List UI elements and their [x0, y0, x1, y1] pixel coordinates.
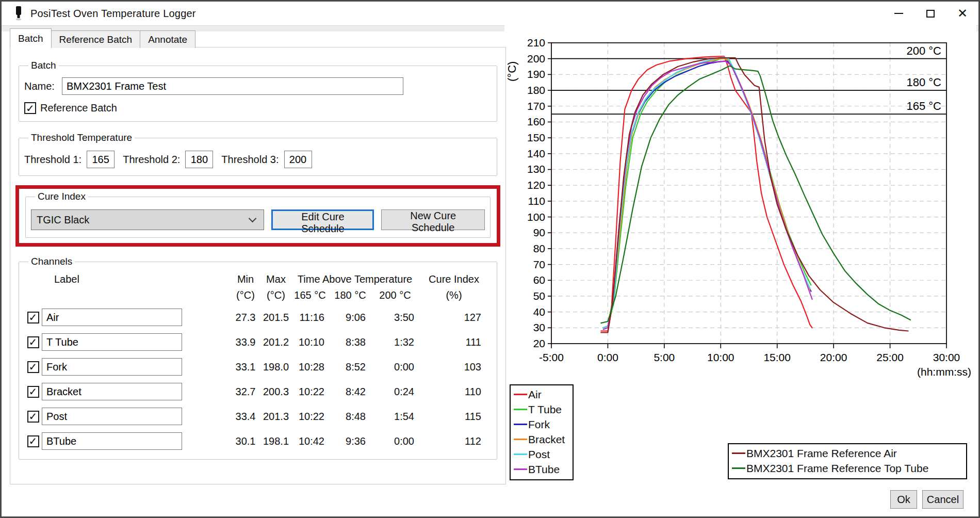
- series-bmx2301-frame-reference-top-tube: [601, 66, 910, 323]
- batch-name-input[interactable]: [62, 77, 403, 95]
- legend-item: T Tube: [514, 402, 568, 417]
- x-axis-tick-label: 30:00: [933, 351, 960, 363]
- channel-label-input[interactable]: [42, 408, 182, 425]
- y-axis-tick-label: 20: [533, 337, 545, 349]
- reference-batch-label: Reference Batch: [40, 102, 117, 114]
- minimize-button[interactable]: [883, 2, 914, 25]
- channel-label-input[interactable]: [42, 333, 182, 351]
- max-value: 198.1: [262, 435, 290, 447]
- reference-batch-checkbox[interactable]: ✓: [24, 102, 36, 114]
- min-value: 30.1: [230, 435, 262, 447]
- x-axis-tick-label: -5:00: [539, 351, 564, 363]
- max-value: 201.5: [262, 312, 290, 323]
- legend-item: Air: [514, 387, 568, 402]
- threshold-2-field: Threshold 2:: [123, 151, 213, 168]
- x-axis-tick-label: 5:00: [654, 351, 675, 363]
- threshold-1-field: Threshold 1:: [24, 151, 115, 168]
- header-max-units: (°C): [262, 289, 290, 301]
- time-above-180-value: 8:52: [330, 361, 371, 373]
- cure-index-value: 110: [419, 386, 488, 398]
- series-t-tube: [603, 58, 811, 328]
- channel-row-t-tube: ✓33.9201.210:108:381:32111: [24, 333, 492, 351]
- channels-header-row-1: Label Min Max Time Above Temperature Cur…: [24, 273, 492, 285]
- channel-checkbox[interactable]: ✓: [27, 435, 39, 447]
- series-air: [601, 56, 812, 331]
- threshold-3-input[interactable]: [284, 151, 312, 168]
- channel-checkbox[interactable]: ✓: [27, 312, 39, 323]
- time-above-165-value: 10:22: [290, 411, 330, 423]
- x-axis-tick-label: 0:00: [597, 351, 618, 363]
- x-axis-tick-label: 10:00: [707, 351, 734, 363]
- maximize-button[interactable]: [914, 2, 946, 25]
- channel-label-cell: [42, 333, 186, 351]
- channel-checkbox[interactable]: ✓: [27, 361, 39, 373]
- name-label: Name:: [24, 80, 55, 92]
- channel-label-input[interactable]: [42, 309, 182, 326]
- channel-row-air: ✓27.3201.511:169:063:50127: [24, 309, 492, 326]
- channel-label-cell: [42, 432, 186, 450]
- y-axis-tick-label: 30: [533, 321, 545, 333]
- x-axis-title: (hh:mm:ss): [917, 366, 971, 378]
- legend-line-swatch: [514, 424, 527, 425]
- legend-label: T Tube: [528, 403, 562, 416]
- time-above-180-value: 8:38: [330, 336, 371, 348]
- maximize-icon: [926, 10, 935, 18]
- threshold-group-legend: Threshold Temperature: [28, 132, 135, 143]
- channel-row-fork: ✓33.1198.010:288:520:00103: [24, 358, 492, 376]
- window-title: PosiTest Oven Temperature Logger: [30, 8, 196, 20]
- channel-checkbox[interactable]: ✓: [27, 411, 39, 423]
- legend-line-swatch: [732, 467, 745, 469]
- legend-item: BMX2301 Frame Reference Air: [732, 446, 962, 461]
- cure-index-value: 111: [419, 336, 488, 348]
- reference-legend: BMX2301 Frame Reference AirBMX2301 Frame…: [728, 443, 967, 479]
- legend-label: BMX2301 Frame Reference Top Tube: [746, 462, 928, 475]
- channel-label-input[interactable]: [42, 358, 182, 376]
- channel-label-cell: [42, 309, 186, 326]
- y-axis-tick-label: 170: [527, 100, 545, 112]
- time-above-165-value: 10:42: [290, 435, 330, 447]
- channel-row-btube: ✓30.1198.110:429:360:00112: [24, 432, 492, 450]
- close-button[interactable]: ✕: [946, 2, 978, 25]
- min-value: 33.9: [230, 336, 262, 348]
- cancel-button[interactable]: Cancel: [922, 490, 963, 509]
- time-above-165-value: 10:22: [290, 386, 330, 398]
- legend-line-swatch: [514, 468, 527, 470]
- channel-row-post: ✓33.4201.310:228:481:54115: [24, 408, 492, 425]
- y-axis-tick-label: 130: [527, 163, 545, 175]
- header-165c: 165 °C: [290, 289, 330, 301]
- time-above-180-value: 9:06: [330, 312, 371, 323]
- threshold-3-label: Threshold 3:: [221, 154, 279, 166]
- channel-checkbox[interactable]: ✓: [27, 336, 39, 348]
- cure-index-highlight-annotation: Cure Index TGIC Black Edit Cure Schedule…: [15, 185, 500, 247]
- channel-checkbox[interactable]: ✓: [27, 386, 39, 398]
- time-above-200-value: 0:24: [371, 386, 419, 398]
- tab-annotate[interactable]: Annotate: [140, 30, 195, 48]
- y-axis-tick-label: 40: [533, 306, 545, 318]
- legend-item: BTube: [514, 462, 568, 477]
- channel-label-input[interactable]: [42, 383, 182, 400]
- tab-reference-batch[interactable]: Reference Batch: [51, 30, 141, 48]
- min-value: 32.7: [230, 386, 262, 398]
- tab-batch[interactable]: Batch: [10, 28, 52, 48]
- channel-label-input[interactable]: [42, 432, 182, 450]
- threshold-line-label: 180 °C: [906, 76, 941, 89]
- y-axis-tick-label: 150: [527, 132, 545, 143]
- ok-button[interactable]: Ok: [890, 490, 917, 509]
- batch-group-legend: Batch: [28, 60, 59, 71]
- window-controls: ✕: [883, 2, 978, 25]
- y-axis-tick-label: 60: [533, 274, 545, 286]
- legend-label: Fork: [528, 418, 550, 431]
- threshold-line-label: 200 °C: [906, 44, 941, 57]
- legend-line-swatch: [732, 452, 745, 454]
- edit-cure-schedule-button[interactable]: Edit Cure Schedule: [271, 209, 374, 230]
- new-cure-schedule-button[interactable]: New Cure Schedule: [381, 209, 485, 230]
- tab-strip: BatchReference BatchAnnotate: [10, 30, 195, 48]
- threshold-1-input[interactable]: [87, 151, 115, 168]
- cure-index-value: 115: [419, 411, 488, 423]
- threshold-2-input[interactable]: [185, 151, 213, 168]
- cure-schedule-dropdown[interactable]: TGIC Black: [31, 209, 264, 230]
- cure-index-value: 112: [419, 435, 488, 447]
- legend-label: Bracket: [528, 433, 565, 446]
- threshold-line-label: 165 °C: [906, 100, 941, 112]
- max-value: 200.3: [262, 386, 290, 398]
